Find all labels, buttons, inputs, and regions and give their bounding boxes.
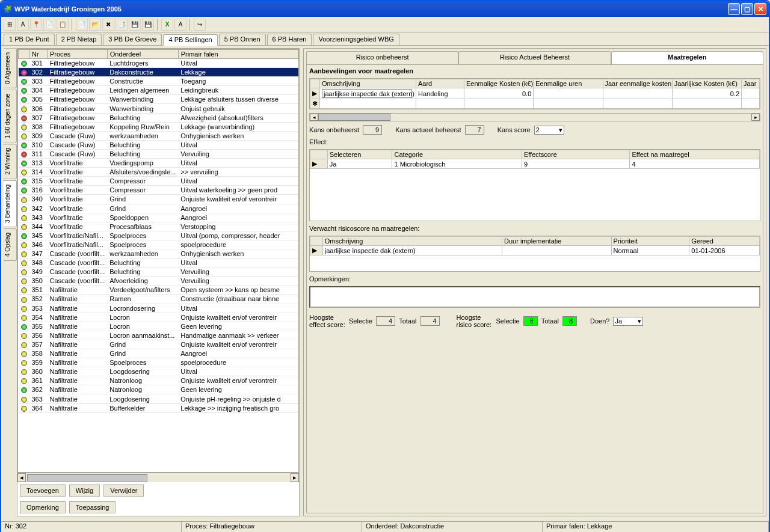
table-row[interactable]: 313VoorfiltratieVoedingspompUitval (19, 159, 298, 168)
table-row[interactable]: 352NafiltratieRamenConstructie (draaibaa… (19, 295, 298, 304)
table-row[interactable]: 308FiltratiegebouwKoppeling Ruw/ReinLekk… (19, 122, 298, 131)
tool-font-icon[interactable]: A (174, 19, 186, 31)
table-row[interactable]: 301FiltratiegebouwLuchtdrogersUitval (19, 59, 298, 68)
effect-selectie-field: 4 (376, 316, 395, 326)
grid-hscrollbar[interactable]: ◂▸ (17, 472, 299, 482)
tool-abc-icon[interactable]: A (17, 19, 29, 31)
tool-copy-icon[interactable]: 📄 (43, 19, 55, 31)
doen-select[interactable]: Ja (613, 317, 643, 326)
grid-header[interactable]: Proces (48, 50, 108, 59)
tool-tree-icon[interactable]: ⊞ (4, 19, 16, 31)
table-row[interactable]: 362NafiltratieNatronloogGeen levering (19, 385, 298, 394)
table-row[interactable]: 344VoorfiltratieProcesafblaasVerstopping (19, 222, 298, 231)
side-tab[interactable]: 4 Opslag (4, 228, 17, 261)
table-row[interactable]: 361NafiltratieNatronloogOnjuiste kwalite… (19, 376, 298, 385)
minimize-button[interactable]: — (728, 3, 740, 15)
toevoegen-button[interactable]: Toevoegen (20, 485, 66, 497)
top-tab[interactable]: 3 PB De Groeve (103, 34, 162, 45)
table-row[interactable]: 343VoorfiltratieSpoeldoppenAangroei (19, 213, 298, 222)
table-row[interactable]: 357NafiltratieGrindOnjuiste kwaliteit en… (19, 340, 298, 349)
top-tab[interactable]: Voorzieningsgebied WBG (313, 34, 399, 45)
table-row[interactable]: 348Cascade (voorfilt...BeluchtingUitval (19, 258, 298, 268)
table-row[interactable]: 346Voorfiltratie/Nafil...Spoelprocesspoe… (19, 240, 298, 249)
table-row[interactable]: 347Cascade (voorfilt...werkzaamhedenOnhy… (19, 249, 298, 258)
verwijder-button[interactable]: Verwijder (103, 485, 144, 497)
table-row[interactable]: 303FiltratiegebouwConstructieToegang (19, 77, 298, 86)
grid-header[interactable] (19, 50, 29, 59)
top-tab[interactable]: 6 PB Haren (267, 34, 312, 45)
aanbev-hscroll[interactable]: ◂▸ (309, 113, 760, 121)
tool-paste-icon[interactable]: 📋 (57, 19, 69, 31)
top-tab[interactable]: 1 PB De Punt (4, 34, 55, 45)
tool-open-icon[interactable]: 📂 (89, 19, 101, 31)
status-dot-icon (21, 142, 27, 148)
table-row[interactable]: 355NafiltratieLocronGeen levering (19, 322, 298, 331)
table-row[interactable]: 359NafiltratieSpoelprocesspoelprocedure (19, 358, 298, 367)
tool-saveall-icon[interactable]: 💾 (142, 19, 154, 31)
tool-bookmark-icon[interactable]: 📍 (30, 19, 42, 31)
status-dot-icon (21, 124, 27, 130)
status-dot-icon (21, 242, 27, 248)
risico-totaal-field: 8 (562, 316, 577, 326)
table-row[interactable]: 340VoorfiltratieGrindOnjuiste kwaliteit … (19, 195, 298, 204)
new-row-icon[interactable]: ✱ (310, 99, 320, 109)
aanbev-grid[interactable]: OmschrijvingAardEenmalige Kosten (k€)Een… (309, 78, 760, 109)
tool-copy2-icon[interactable]: 📑 (116, 19, 128, 31)
maximize-button[interactable]: ▢ (741, 3, 753, 15)
status-dot-icon (21, 315, 27, 321)
right-panel: Risico onbeheerstRisico Actueel Beheerst… (303, 48, 766, 516)
table-row[interactable]: 356NafiltratieLocron aanmaakinst...Handm… (19, 331, 298, 340)
table-row[interactable]: 307FiltratiegebouwBeluchtingAfwezigheid … (19, 113, 298, 122)
table-row[interactable]: 354NafiltratieLocronOnjuiste kwaliteit e… (19, 313, 298, 322)
table-row[interactable]: 311Cascade (Ruw)BeluchtingVervuiling (19, 149, 298, 158)
table-row[interactable]: 316VoorfiltratieCompressorUitval waterko… (19, 186, 298, 195)
top-tab[interactable]: 2 PB Nietap (56, 34, 102, 45)
table-row[interactable]: 304FiltratiegebouwLeidingen algemeenLeid… (19, 86, 298, 95)
table-row[interactable]: 314VoorfiltratieAfsluiters/voedingsle...… (19, 168, 298, 177)
grid-header[interactable]: Nr (29, 50, 48, 59)
tool-exit-icon[interactable]: ↪ (194, 19, 206, 31)
table-row[interactable]: 363NafiltratieLoogdoseringOnjuiste pH-re… (19, 394, 298, 403)
tool-new-icon[interactable]: 📄 (76, 19, 88, 31)
aanbev-oms-select[interactable]: jaarlijkse inspectie dak (extern) (322, 89, 412, 98)
table-row[interactable]: 350Cascade (voorfilt...AfvoerleidingVerv… (19, 277, 298, 286)
right-tab[interactable]: Maatregelen (611, 51, 763, 64)
table-row[interactable]: 364NafiltratieBufferkelderLekkage >> inz… (19, 403, 298, 412)
close-button[interactable]: ✕ (754, 3, 766, 15)
grid-header[interactable]: Onderdeel (107, 50, 178, 59)
side-tab[interactable]: 3 Behandeling (4, 180, 17, 227)
table-row[interactable]: 302FiltratiegebouwDakconstructieLekkage (19, 68, 298, 77)
toepassing-button[interactable]: Toepassing (69, 501, 116, 513)
side-tab[interactable]: 0 Algemeen (4, 48, 17, 88)
table-row[interactable]: 309Cascade (Ruw)werkzaamhedenOnhygienisc… (19, 131, 298, 140)
opmerking-button[interactable]: Opmerking (20, 501, 66, 513)
table-row[interactable]: 342VoorfiltratieGrindAangroei (19, 204, 298, 213)
top-tab[interactable]: 4 PB Sellingen (163, 34, 217, 46)
table-row[interactable]: 315VoorfiltratieCompressorUitval (19, 177, 298, 186)
right-tab[interactable]: Risico onbeheerst (306, 51, 458, 64)
wijzig-button[interactable]: Wijzig (69, 485, 100, 497)
table-row[interactable]: 353NafiltratieLocrondoseringUitval (19, 304, 298, 313)
table-row[interactable]: 360NafiltratieLoogdoseringUitval (19, 367, 298, 376)
side-tab[interactable]: 1 60 dagen zone (4, 90, 17, 143)
table-row[interactable]: 345Voorfiltratie/Nafil...SpoelprocesUitv… (19, 231, 298, 240)
table-row[interactable]: 349Cascade (voorfilt...BeluchtingVervuil… (19, 268, 298, 277)
table-row[interactable]: 306FiltratiegebouwWanverbindingOnjuist g… (19, 104, 298, 113)
effect-grid[interactable]: SelecterenCategorieEffectscoreEffect na … (309, 149, 760, 221)
tool-save-icon[interactable]: 💾 (129, 19, 141, 31)
right-tab[interactable]: Risico Actueel Beheerst (458, 51, 611, 64)
table-row[interactable]: 310Cascade (Ruw)BeluchtingUitval (19, 140, 298, 149)
table-row[interactable]: 305FiltratiegebouwWanverbindingLekkage a… (19, 95, 298, 104)
tool-delete-icon[interactable]: ✖ (102, 19, 114, 31)
table-row[interactable]: 351NafiltratieVerdeelgoot/nafiltersOpen … (19, 286, 298, 295)
side-tab[interactable]: 2 Winning (4, 144, 17, 179)
row-marker-icon: ▶ (310, 88, 320, 99)
risk-grid[interactable]: NrProcesOnderdeelPrimair falen 301Filtra… (17, 49, 299, 472)
tool-excel-icon[interactable]: X (161, 19, 173, 31)
kans-score-select[interactable]: 2 (534, 126, 564, 135)
verwacht-grid[interactable]: OmschrijvingDuur implementatiePrioriteit… (309, 236, 760, 272)
grid-header[interactable]: Primair falen (178, 50, 298, 59)
opmerkingen-textarea[interactable] (309, 286, 760, 308)
top-tab[interactable]: 5 PB Onnen (219, 34, 266, 45)
table-row[interactable]: 358NafiltratieGrindAangroei (19, 349, 298, 358)
